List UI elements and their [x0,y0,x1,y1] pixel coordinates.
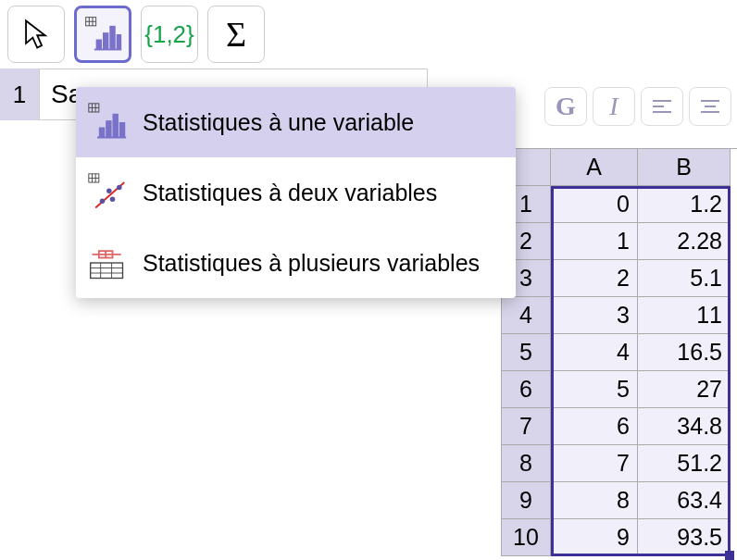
menu-item-label: Statistiques à plusieurs variables [143,250,480,277]
row-index: 1 [0,68,39,120]
svg-rect-8 [117,34,122,50]
row-header[interactable]: 6 [502,371,551,408]
cell[interactable]: 2 [551,260,638,297]
col-header-a[interactable]: A [551,149,638,186]
table-row: 5 4 16.5 [502,334,737,371]
menu-item-two-variables[interactable]: Statistiques à deux variables [76,157,516,228]
multi-variables-icon [85,241,130,285]
table-row: 6 5 27 [502,371,737,408]
cell[interactable]: 11 [638,297,731,334]
spreadsheet: A B 1 0 1.2 2 1 2.28 3 2 5.1 4 3 11 5 4 … [501,148,737,556]
svg-rect-20 [99,128,105,138]
svg-rect-5 [96,40,102,50]
cell[interactable]: 9 [551,519,638,556]
col-header-b[interactable]: B [638,149,731,186]
table-row: 8 7 51.2 [502,445,737,482]
svg-rect-21 [106,120,111,137]
table-row: 10 9 93.5 [502,519,737,556]
row-header[interactable]: 5 [502,334,551,371]
align-left-button[interactable] [641,87,683,126]
toolbar: {1,2} Σ [0,0,737,68]
row-header[interactable]: 7 [502,408,551,445]
menu-item-label: Statistiques à deux variables [143,180,437,206]
one-variable-icon [85,100,130,144]
curly-braces-icon: {1,2} [144,20,194,49]
table-row: 3 2 5.1 [502,260,737,297]
cell[interactable]: 63.4 [638,482,731,519]
menu-item-multi-variables[interactable]: Statistiques à plusieurs variables [76,228,516,298]
svg-rect-36 [91,263,123,279]
svg-rect-7 [109,26,115,50]
svg-rect-22 [113,114,119,138]
svg-point-30 [106,188,112,193]
bold-button[interactable]: G [544,87,587,126]
cell[interactable]: 1 [551,223,638,260]
cell[interactable]: 7 [551,445,638,482]
table-row: 9 8 63.4 [502,482,737,519]
cell[interactable]: 3 [551,297,638,334]
format-bar: G I [544,87,737,126]
cell[interactable]: 5.1 [638,260,731,297]
row-header[interactable]: 4 [502,297,551,334]
fill-handle[interactable] [725,551,734,560]
cell[interactable]: 8 [551,482,638,519]
stats-chart-button[interactable] [74,6,131,63]
menu-item-one-variable[interactable]: Statistiques à une variable [76,87,516,157]
svg-point-32 [117,185,122,191]
cell[interactable]: 6 [551,408,638,445]
menu-item-label: Statistiques à une variable [143,109,414,136]
svg-rect-23 [119,122,125,138]
sigma-icon: Σ [226,14,246,55]
cell[interactable]: 27 [638,371,731,408]
row-header[interactable]: 10 [502,519,551,556]
cell[interactable]: 4 [551,334,638,371]
stats-dropdown: Statistiques à une variable Statistiques… [76,87,516,298]
header-row: A B [502,149,737,186]
table-row: 4 3 11 [502,297,737,334]
cell[interactable]: 51.2 [638,445,731,482]
cell[interactable]: 93.5 [638,519,731,556]
table-row: 7 6 34.8 [502,408,737,445]
bar-chart-icon [82,14,123,55]
italic-button[interactable]: I [593,87,635,126]
table-row: 2 1 2.28 [502,223,737,260]
cell[interactable]: 0 [551,186,638,223]
svg-point-29 [100,198,106,204]
cursor-icon [22,19,50,50]
table-row: 1 0 1.2 [502,186,737,223]
cell[interactable]: 2.28 [638,223,731,260]
align-center-icon [699,97,721,116]
svg-point-31 [110,197,116,203]
move-tool-button[interactable] [7,6,65,63]
cell[interactable]: 16.5 [638,334,731,371]
row-header[interactable]: 9 [502,482,551,519]
cell[interactable]: 34.8 [638,408,731,445]
row-header[interactable]: 8 [502,445,551,482]
svg-rect-6 [103,32,108,49]
list-tool-button[interactable]: {1,2} [141,6,198,63]
align-center-button[interactable] [689,87,731,126]
cell[interactable]: 5 [551,371,638,408]
align-left-icon [651,97,673,116]
two-variables-icon [85,170,130,215]
sum-tool-button[interactable]: Σ [207,6,265,63]
cell[interactable]: 1.2 [638,186,731,223]
